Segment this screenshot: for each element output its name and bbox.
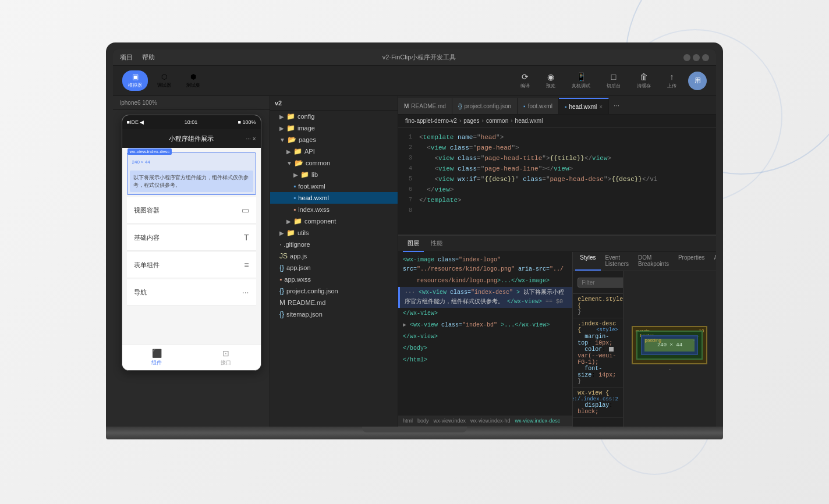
tree-item-image[interactable]: ▶ 📁 image xyxy=(270,122,398,134)
tab-project-config[interactable]: {} project.config.json xyxy=(452,98,518,114)
hl-attr-aria-1: aria-src= xyxy=(518,266,550,272)
breadcrumb-sep-3: › xyxy=(511,118,512,124)
html-line-1: <wx-image class="index-logo" src="../res… xyxy=(398,254,572,275)
tab-more-btn[interactable]: ··· xyxy=(609,101,624,109)
styles-tab-dom-breakpoints[interactable]: DOM Breakpoints xyxy=(633,252,674,271)
db-body[interactable]: body xyxy=(417,418,429,424)
tree-label-sitemap: sitemap.json xyxy=(286,311,323,318)
clear-cache-icon: 🗑 xyxy=(640,72,648,81)
tree-arrow-component: ▶ xyxy=(286,218,291,225)
styles-prop-color: color: var(--weui-FG-1); xyxy=(578,346,618,365)
menu-help[interactable]: 帮助 xyxy=(142,53,155,62)
breadcrumb-file[interactable]: head.wxml xyxy=(515,118,543,124)
minimize-btn[interactable] xyxy=(683,54,690,61)
nav-item-label-2: 表单组件 xyxy=(134,261,160,269)
background-btn[interactable]: □ 切后台 xyxy=(602,70,625,91)
db-wx-view-index-desc[interactable]: wx-view.index-desc xyxy=(515,418,561,424)
tab-head-wxml-close[interactable]: × xyxy=(599,104,603,110)
styles-tab-event-listeners[interactable]: Event Listeners xyxy=(601,252,634,271)
db-html[interactable]: html xyxy=(403,418,413,424)
phone-highlight-element: wx-view.index-desc 240 × 44 以下将展示小程序官方组件… xyxy=(127,152,256,195)
device-debug-icon: 📱 xyxy=(576,72,586,81)
filter-input[interactable] xyxy=(578,278,623,288)
editor-code-area: 1 <template name="head"> 2 <view class="… xyxy=(398,127,716,235)
tree-item-app-js[interactable]: JS app.js xyxy=(270,250,398,262)
device-debug-btn[interactable]: 📱 真机调试 xyxy=(567,70,595,91)
tree-item-readme[interactable]: M README.md xyxy=(270,297,398,308)
tree-item-gitignore[interactable]: · .gitignore xyxy=(270,239,398,250)
html-line-6: </body> xyxy=(398,343,572,354)
code-line-4: 4 <view class="page-head-line"></view> xyxy=(398,164,716,174)
tree-item-sitemap[interactable]: {} sitemap.json xyxy=(270,308,398,320)
phone-tab-1[interactable]: ⊡ 接口 xyxy=(192,349,261,367)
styles-source-index-desc[interactable]: <style> xyxy=(596,327,618,333)
db-wx-view-index-hd[interactable]: wx-view.index-hd xyxy=(470,418,511,424)
tree-item-api[interactable]: ▶ 📁 API xyxy=(270,145,398,157)
breadcrumb-pages[interactable]: pages xyxy=(463,118,479,124)
nav-item-3[interactable]: 导航 ··· xyxy=(127,279,256,306)
editor-breadcrumb: fino-applet-demo-v2 › pages › common › h… xyxy=(398,115,716,127)
tab-foot-wxml[interactable]: ▪ foot.wxml xyxy=(518,98,559,114)
tab-readme[interactable]: M README.md xyxy=(398,98,452,114)
tree-item-common[interactable]: ▼ 📂 common xyxy=(270,157,398,169)
compile-btn[interactable]: ⟳ 编译 xyxy=(516,70,534,91)
nav-item-1[interactable]: 基础内容 T xyxy=(127,225,256,251)
avatar-initial: 用 xyxy=(695,76,701,85)
tree-item-index-wxss[interactable]: ▪ index.wxss xyxy=(270,204,398,215)
upload-btn[interactable]: ↑ 上传 xyxy=(663,70,681,91)
breadcrumb-sep-2: › xyxy=(482,118,484,124)
nav-item-label-0: 视图容器 xyxy=(134,206,160,215)
breadcrumb-root[interactable]: fino-applet-demo-v2 xyxy=(405,118,457,124)
line-num-7: 7 xyxy=(398,195,419,205)
box-margin: margin 10 border - padding - xyxy=(632,326,707,364)
html-line-aria-cont: resources/kind/logo.png>...</wx-image> xyxy=(398,275,572,287)
html-line-2[interactable]: ··· <wx-view class="index-desc" > 以下将展示小… xyxy=(398,287,572,308)
close-btn[interactable] xyxy=(702,54,709,61)
debugger-btn[interactable]: ⬡ 调试器 xyxy=(151,70,177,91)
tree-item-foot-wxml[interactable]: ▪ foot.wxml xyxy=(270,180,398,192)
nav-item-2[interactable]: 表单组件 ≡ xyxy=(127,252,256,278)
file-icon-app-wxss: ▪ xyxy=(279,275,282,283)
file-icon-index-wxss: ▪ xyxy=(293,205,296,214)
user-avatar[interactable]: 用 xyxy=(688,72,707,90)
preview-btn[interactable]: ◉ 预览 xyxy=(541,70,560,91)
styles-selector-element: element.style { xyxy=(578,296,618,309)
box-padding-label: padding xyxy=(644,338,661,343)
line-num-1: 1 xyxy=(398,132,419,143)
tree-item-lib[interactable]: ▶ 📁 lib xyxy=(270,169,398,180)
nav-item-0[interactable]: 视图容器 ▭ xyxy=(127,197,256,223)
tree-item-pages[interactable]: ▼ 📂 pages xyxy=(270,134,398,145)
styles-source-wx-view[interactable]: localfile:/.index.css:2 xyxy=(573,396,618,402)
simulator-label: 模拟器 xyxy=(128,82,142,88)
phone-title-dots[interactable]: ··· × xyxy=(246,136,256,142)
breadcrumb-common[interactable]: common xyxy=(486,118,508,124)
clear-cache-btn[interactable]: 🗑 清缓存 xyxy=(632,70,656,91)
tree-item-config[interactable]: ▶ 📁 config xyxy=(270,111,398,122)
menu-project[interactable]: 项目 xyxy=(120,53,133,62)
db-wx-view-index[interactable]: wx-view.index xyxy=(434,418,466,424)
clear-cache-label: 清缓存 xyxy=(637,83,651,89)
simulator-btn[interactable]: ▣ 模拟器 xyxy=(122,70,148,91)
devtools-tab-elements[interactable]: 图层 xyxy=(403,236,424,252)
phone-preview-area: ■IDE ◀ 10:01 ■ 100% 小程序组件展示 ··· × wx-vie… xyxy=(113,110,270,427)
phone-tab-0[interactable]: ⬛ 组件 xyxy=(122,349,192,367)
phone-tab-icon-0: ⬛ xyxy=(152,349,162,358)
tree-item-app-json[interactable]: {} app.json xyxy=(270,262,398,274)
hl-tag-1: <wx-image xyxy=(403,257,434,263)
tree-item-head-wxml[interactable]: ▪ head.wxml xyxy=(270,192,398,204)
styles-tab-bar: Styles Event Listeners DOM Breakpoints P… xyxy=(573,252,716,271)
styles-tab-accessibility[interactable]: Accessibility xyxy=(710,252,716,271)
styles-tab-styles[interactable]: Styles xyxy=(575,252,600,271)
tree-item-utils[interactable]: ▶ 📁 utils xyxy=(270,227,398,239)
testset-btn[interactable]: ⬢ 测试集 xyxy=(180,70,206,91)
devtools-tab-perf[interactable]: 性能 xyxy=(426,236,447,252)
line-content-4: <view class="page-head-line"></view> xyxy=(419,164,716,174)
maximize-btn[interactable] xyxy=(693,54,700,61)
tree-item-component[interactable]: ▶ 📁 component xyxy=(270,215,398,227)
line-num-8: 8 xyxy=(398,205,419,216)
styles-tab-properties[interactable]: Properties xyxy=(674,252,710,271)
filetree-scroll[interactable]: ▶ 📁 config ▶ 📁 image ▼ 📂 pages xyxy=(270,111,398,427)
tab-head-wxml[interactable]: ▪ head.wxml × xyxy=(559,98,609,114)
tree-item-app-wxss[interactable]: ▪ app.wxss xyxy=(270,274,398,285)
tree-item-project-config[interactable]: {} project.config.json xyxy=(270,285,398,297)
